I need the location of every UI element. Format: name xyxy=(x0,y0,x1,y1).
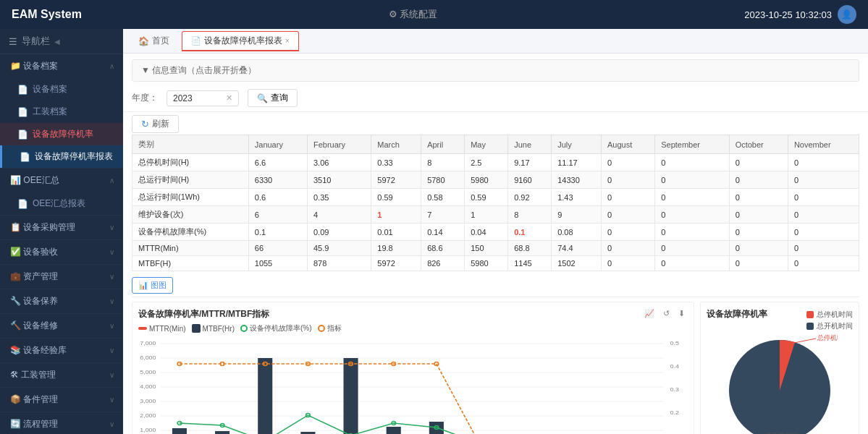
svg-rect-27 xyxy=(387,427,401,434)
legend-mtbf: MTBF(Hr) xyxy=(203,325,235,333)
table-cell-value: 0.08 xyxy=(552,224,602,241)
svg-text:总停机时间: 总停机时间 xyxy=(817,334,838,341)
sidebar-group-title-process[interactable]: 🔄 流程管理 ∨ xyxy=(0,412,123,434)
toolbar-download-icon[interactable]: ⬇ xyxy=(675,308,688,319)
table-row: MTBF(H)105587859728265980114515020000 xyxy=(132,256,859,271)
sidebar-group-title-oee[interactable]: 📊 OEE汇总 ∧ xyxy=(0,169,123,192)
header-right: 2023-10-25 10:32:03 👤 xyxy=(744,5,856,24)
sidebar-item-oee-report[interactable]: 📄OEE汇总报表 xyxy=(0,192,123,215)
table-cell-value: 0 xyxy=(602,241,655,256)
avatar[interactable]: 👤 xyxy=(838,5,856,24)
table-cell-value: 0.6 xyxy=(248,189,307,206)
sidebar-group-maintenance: 🔧 设备保养 ∨ xyxy=(0,289,123,314)
svg-text:6,000: 6,000 xyxy=(140,354,156,360)
svg-point-48 xyxy=(177,422,182,425)
tabs-bar: 🏠 首页 📄 设备故障停机率报表 × xyxy=(123,29,868,54)
table-cell-value: 0 xyxy=(788,224,859,241)
datetime: 2023-10-25 10:32:03 xyxy=(744,9,832,20)
table-cell-value: 4 xyxy=(308,206,371,224)
chart-section: 📊 图图 设备故障停机率/MTTR/MTBF指标 xyxy=(123,271,868,434)
table-cell-value: 826 xyxy=(421,256,465,271)
table-row: MTTR(Min)6645.919.868.615068.874.40000 xyxy=(132,241,859,256)
sidebar-group-process: 🔄 流程管理 ∨ xyxy=(0,412,123,434)
tab-fault-report[interactable]: 📄 设备故障停机率报表 × xyxy=(182,31,299,51)
sidebar-group-title-procurement[interactable]: 📋 设备采购管理 ∨ xyxy=(0,216,123,239)
svg-text:0.4: 0.4 xyxy=(670,362,679,369)
system-config[interactable]: ⚙ 系统配置 xyxy=(389,8,438,21)
table-cell-value: 9 xyxy=(552,206,602,224)
svg-rect-26 xyxy=(344,358,358,434)
table-cell-label: 总运行时间(H) xyxy=(132,171,249,189)
sidebar-group-title-spares[interactable]: 📦 备件管理 ∨ xyxy=(0,388,123,412)
pie-chart-svg: 总停机时间 总开机时间 xyxy=(722,333,838,434)
sidebar-group-procurement: 📋 设备采购管理 ∨ xyxy=(0,216,123,240)
refresh-bar: ↻ 刷新 xyxy=(123,112,868,135)
table-cell-value: 6330 xyxy=(248,171,307,189)
pie-legend: 总停机时间 总开机时间 xyxy=(806,308,853,333)
table-cell-value: 0.59 xyxy=(465,189,508,206)
table-cell-value: 3510 xyxy=(308,171,371,189)
table-cell-value: 0.59 xyxy=(371,189,421,206)
year-label: 年度： xyxy=(132,92,158,104)
table-cell-value: 0.01 xyxy=(371,224,421,241)
sidebar: ☰ 导航栏 ◀ 📁 设备档案 ∧ 📄设备档案 📄工装档案 📄设备故障停机率 📄设… xyxy=(0,29,123,434)
pie-legend-downtime: 总停机时间 xyxy=(817,310,853,320)
table-cell-label: 维护设备(次) xyxy=(132,206,249,224)
col-header-category: 类别 xyxy=(132,135,249,154)
svg-rect-22 xyxy=(172,428,187,434)
table-cell-value: 0.1 xyxy=(248,224,307,241)
table-cell-label: 设备停机故障率(%) xyxy=(132,224,249,241)
table-cell-value: 0 xyxy=(602,171,655,189)
sidebar-group-title-repair[interactable]: 🔨 设备维修 ∨ xyxy=(0,314,123,338)
table-cell-value: 14330 xyxy=(552,171,602,189)
sidebar-item-tooling-file[interactable]: 📄工装档案 xyxy=(0,101,123,123)
sidebar-group-acceptance: ✅ 设备验收 ∨ xyxy=(0,240,123,265)
chart-legend: MTTR(Min) MTBF(Hr) 设备停机故障率(%) xyxy=(138,323,342,333)
sidebar-item-fault-report[interactable]: 📄设备故障停机率报表 xyxy=(0,145,123,168)
table-cell-value: 0 xyxy=(655,189,729,206)
sidebar-group-title-maintenance[interactable]: 🔧 设备保养 ∨ xyxy=(0,289,123,313)
svg-line-68 xyxy=(794,339,816,343)
col-header-jun: June xyxy=(508,135,552,154)
charts-row: 设备故障停机率/MTTR/MTBF指标 MTTR(Min) MTBF(Hr) xyxy=(132,302,859,434)
sidebar-item-fault-rate[interactable]: 📄设备故障停机率 xyxy=(0,123,123,145)
sidebar-group-equipment: 📁 设备档案 ∧ 📄设备档案 📄工装档案 📄设备故障停机率 📄设备故障停机率报表 xyxy=(0,54,123,169)
table-cell-value: 2.5 xyxy=(465,154,508,171)
chart-tab-button[interactable]: 📊 图图 xyxy=(132,277,173,294)
nav-label: 导航栏 xyxy=(22,35,50,48)
table-cell-value: 0 xyxy=(602,224,655,241)
tab-home[interactable]: 🏠 首页 xyxy=(129,31,179,51)
sidebar-group-title-toolmgmt[interactable]: 🛠 工装管理 ∨ xyxy=(0,363,123,387)
sidebar-group-title-assets[interactable]: 💼 资产管理 ∨ xyxy=(0,265,123,289)
sidebar-group-title-expdb[interactable]: 📚 设备经验库 ∨ xyxy=(0,339,123,362)
sidebar-group-title-equipment[interactable]: 📁 设备档案 ∧ xyxy=(0,54,123,78)
app-title: EAM System xyxy=(12,8,82,21)
year-input[interactable]: 2023 ✕ xyxy=(167,90,239,106)
sidebar-group-oee: 📊 OEE汇总 ∧ 📄OEE汇总报表 xyxy=(0,169,123,216)
refresh-button[interactable]: ↻ 刷新 xyxy=(132,115,179,133)
table-cell-value: 1055 xyxy=(248,256,307,271)
info-bar[interactable]: ▼ 信息查询（点击展开折叠） xyxy=(132,59,859,82)
nav-toggle[interactable]: ☰ 导航栏 ◀ xyxy=(0,29,123,54)
svg-text:0.5: 0.5 xyxy=(670,339,679,346)
bar-chart: 设备故障停机率/MTTR/MTBF指标 MTTR(Min) MTBF(Hr) xyxy=(132,302,694,434)
table-cell-value: 1502 xyxy=(552,256,602,271)
toolbar-line-icon[interactable]: 📈 xyxy=(641,308,657,319)
table-cell-value: 0 xyxy=(729,171,788,189)
svg-text:3,000: 3,000 xyxy=(140,397,156,404)
svg-text:1,000: 1,000 xyxy=(140,426,156,433)
table-cell-value: 0.04 xyxy=(465,224,508,241)
table-row: 设备停机故障率(%)0.10.090.010.140.040.10.080000 xyxy=(132,224,859,241)
sidebar-group-spares: 📦 备件管理 ∨ xyxy=(0,388,123,412)
search-button[interactable]: 🔍 查询 xyxy=(248,89,298,107)
table-cell-value: 5780 xyxy=(421,171,465,189)
sidebar-group-title-acceptance[interactable]: ✅ 设备验收 ∨ xyxy=(0,240,123,264)
table-cell-value: 0 xyxy=(729,241,788,256)
toolbar-refresh-icon[interactable]: ↺ xyxy=(660,308,673,319)
close-icon[interactable]: × xyxy=(285,37,290,45)
svg-text:7,000: 7,000 xyxy=(140,339,156,346)
sidebar-item-equipment-file[interactable]: 📄设备档案 xyxy=(0,78,123,101)
table-cell-value: 0 xyxy=(788,256,859,271)
table-cell-value: 66 xyxy=(248,241,307,256)
table-cell-label: 总停机时间(H) xyxy=(132,154,249,171)
